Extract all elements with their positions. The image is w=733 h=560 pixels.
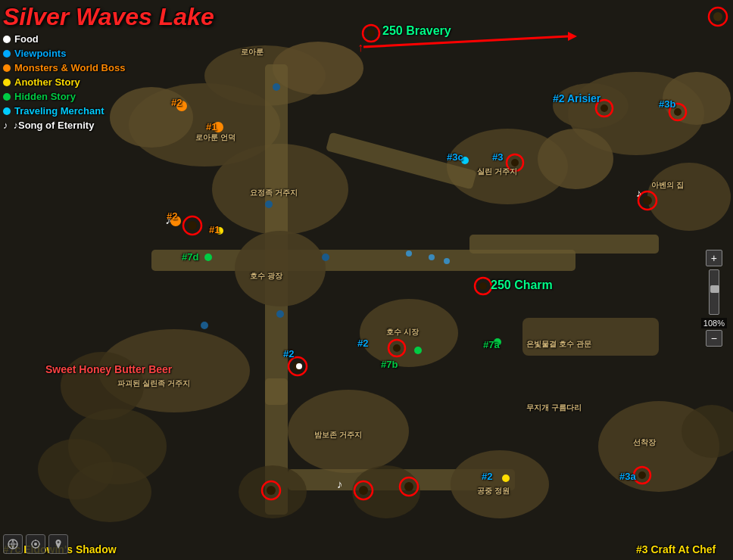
- svg-text:♪: ♪: [636, 187, 641, 199]
- globe-button[interactable]: [3, 534, 23, 554]
- svg-point-39: [429, 254, 435, 260]
- label-2-hosu: #2: [357, 338, 368, 349]
- label-num1-top: #1: [206, 121, 217, 132]
- svg-point-18: [235, 231, 326, 306]
- svg-point-35: [265, 201, 273, 208]
- monsters-dot: [3, 64, 11, 72]
- legend-another-story: Another Story: [3, 76, 125, 88]
- map-container: ↑: [0, 0, 733, 560]
- legend-another-story-label: Another Story: [14, 76, 80, 88]
- label-7b: #7b: [381, 359, 398, 370]
- legend-song-label: ♪Song of Eternity: [14, 120, 95, 131]
- hidden-story-dot: [3, 93, 11, 101]
- svg-point-41: [201, 322, 208, 329]
- svg-point-46: [188, 221, 197, 230]
- svg-point-92: [58, 541, 60, 543]
- svg-rect-20: [522, 318, 659, 356]
- svg-point-37: [322, 254, 329, 261]
- traveling-merchant-dot: [3, 107, 11, 115]
- legend-song: ♪ ♪Song of Eternity: [3, 120, 125, 131]
- svg-point-50: [267, 486, 276, 495]
- svg-rect-17: [469, 235, 659, 254]
- legend-viewpoints-label: Viewpoints: [14, 48, 66, 59]
- legend-food-label: Food: [14, 33, 39, 45]
- svg-point-80: [296, 363, 302, 369]
- zoom-handle: [710, 285, 719, 293]
- svg-point-5: [553, 83, 629, 129]
- svg-point-52: [359, 486, 368, 495]
- svg-point-86: [34, 543, 37, 546]
- label-3b: #3b: [659, 98, 675, 110]
- legend-monsters: Monsters & World Boss: [3, 62, 125, 73]
- pin-button[interactable]: [48, 534, 68, 554]
- svg-point-13: [647, 163, 731, 231]
- svg-point-58: [367, 30, 375, 37]
- svg-point-19: [360, 299, 458, 367]
- legend-viewpoints: Viewpoints: [3, 48, 125, 59]
- svg-point-36: [276, 310, 284, 318]
- arisier-label: #2 Arisier: [553, 92, 600, 104]
- label-2-sweet: #2: [283, 348, 294, 359]
- label-num1-mid: #1: [209, 224, 220, 235]
- label-7a: #7a: [483, 339, 500, 350]
- label-2-garden: #2: [482, 471, 492, 482]
- label-3: #3: [492, 151, 503, 163]
- mini-controls: [3, 534, 68, 554]
- svg-point-40: [444, 258, 450, 264]
- zoom-in-button[interactable]: +: [706, 250, 722, 266]
- bravery-label: 250 Bravery: [382, 24, 451, 38]
- svg-text:♪: ♪: [337, 478, 343, 490]
- svg-text:↑: ↑: [357, 41, 363, 54]
- sweet-honey-label: Sweet Honey Butter Beer: [45, 363, 172, 375]
- charm-label: 250 Charm: [491, 278, 553, 292]
- zoom-slider[interactable]: [709, 269, 719, 315]
- svg-point-60: [479, 282, 487, 290]
- svg-point-73: [204, 254, 212, 261]
- svg-point-31: [68, 462, 151, 522]
- viewpoints-dot: [3, 50, 11, 58]
- legend-hidden-story-label: Hidden Story: [14, 91, 76, 102]
- svg-point-70: [638, 471, 646, 479]
- label-7d: #7d: [182, 251, 198, 263]
- map-legend: Food Viewpoints Monsters & World Boss An…: [3, 33, 125, 131]
- zoom-controls: + 108% −: [701, 250, 727, 347]
- svg-point-25: [288, 390, 409, 473]
- song-note-icon: ♪: [3, 120, 8, 131]
- craft-label: #3 Craft At Chef: [636, 543, 716, 555]
- map-title: Silver Waves Lake: [3, 3, 214, 31]
- legend-traveling-merchant: Traveling Merchant: [3, 105, 125, 117]
- another-story-dot: [3, 79, 11, 86]
- svg-point-7: [713, 12, 722, 21]
- location-button[interactable]: [26, 534, 45, 554]
- label-3a: #3a: [619, 471, 636, 482]
- svg-point-66: [511, 159, 519, 166]
- svg-point-12: [538, 129, 613, 189]
- svg-point-34: [273, 83, 280, 91]
- svg-point-28: [451, 450, 549, 518]
- svg-point-68: [393, 344, 401, 352]
- svg-point-38: [406, 250, 412, 257]
- legend-food: Food: [3, 33, 125, 45]
- svg-point-72: [502, 474, 510, 482]
- zoom-level-label: 108%: [701, 318, 727, 328]
- svg-point-48: [643, 196, 652, 205]
- svg-point-22: [61, 352, 144, 420]
- label-num2-mid: #2: [167, 210, 177, 222]
- food-dot: [3, 36, 11, 43]
- legend-traveling-merchant-label: Traveling Merchant: [14, 105, 104, 117]
- label-3c: #3c: [447, 151, 463, 163]
- svg-point-62: [600, 104, 608, 112]
- label-num2-top: #2: [171, 97, 182, 108]
- svg-point-74: [414, 347, 422, 354]
- svg-point-54: [404, 482, 413, 491]
- legend-monsters-label: Monsters & World Boss: [14, 62, 125, 73]
- zoom-out-button[interactable]: −: [706, 330, 722, 347]
- legend-hidden-story: Hidden Story: [3, 91, 125, 102]
